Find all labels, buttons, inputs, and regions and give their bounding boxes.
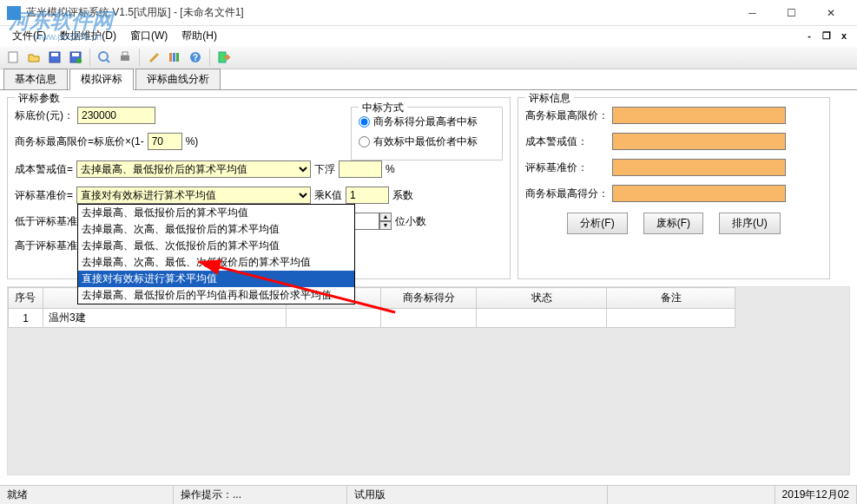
minimize-button[interactable]: ─ <box>733 1 772 25</box>
cell-status <box>477 309 607 328</box>
cell-bidder: 温州3建 <box>43 309 286 328</box>
radio-highest-score[interactable] <box>359 116 370 128</box>
maxscore-output <box>612 185 786 202</box>
mdi-restore-button[interactable]: ❐ <box>819 29 834 43</box>
window-title: 蓝光模拟评标系统 V1.5[试用版] - [未命名文件1] <box>26 5 733 20</box>
svg-point-6 <box>99 52 108 61</box>
results-table-area: 序号 投标单位名称 报价(元) 商务标得分 状态 备注 1 温州3建 <box>7 286 850 475</box>
svg-text:?: ? <box>193 53 198 62</box>
exit-icon[interactable] <box>214 48 234 67</box>
menu-help[interactable]: 帮助(H) <box>175 27 224 45</box>
app-icon <box>7 6 21 20</box>
status-version: 试用版 <box>347 486 608 504</box>
low-base-label: 低于评标基准 <box>15 214 77 229</box>
coef-suffix: 系数 <box>392 188 413 203</box>
col-remark[interactable]: 备注 <box>607 288 735 309</box>
menu-data[interactable]: 数据维护(D) <box>53 27 123 45</box>
mdi-minimize-button[interactable]: - <box>801 29 817 43</box>
svg-rect-12 <box>176 53 179 62</box>
radio-lowest-price[interactable] <box>359 136 370 147</box>
spinner-up-icon[interactable]: ▲ <box>379 213 392 221</box>
pct-suffix: %) <box>186 135 199 147</box>
zhongbiao-group: 中标方式 商务标得分最高者中标 有效标中最低价者中标 <box>351 107 503 160</box>
dropdown-option-highlighted[interactable]: 直接对有效标进行算术平均值 <box>78 271 354 287</box>
print-icon[interactable] <box>115 48 135 67</box>
cell-price <box>286 309 381 328</box>
coef-input[interactable] <box>346 187 389 204</box>
cell-remark <box>607 309 735 328</box>
table-row[interactable]: 1 温州3建 <box>9 309 735 328</box>
info-title: 评标信息 <box>525 91 574 106</box>
svg-rect-2 <box>51 53 58 56</box>
sort-button[interactable]: 排序(U) <box>719 213 781 234</box>
cell-no: 1 <box>9 309 43 328</box>
svg-rect-10 <box>169 53 172 62</box>
dropdown-option[interactable]: 去掉最高、次高、最低、次低报价后的算术平均值 <box>78 254 354 271</box>
base-price-label: 标底价(元)： <box>15 108 74 123</box>
warn-select[interactable]: 去掉最高、最低报价后的算术平均值 <box>76 160 311 178</box>
tab-simulate[interactable]: 模拟评标 <box>69 69 134 90</box>
max-price-output <box>612 107 786 124</box>
warn-output <box>612 133 786 150</box>
svg-point-5 <box>76 58 82 63</box>
tab-basic-info[interactable]: 基本信息 <box>3 69 68 89</box>
status-hint: 操作提示：... <box>174 486 347 504</box>
max-limit-label: 商务标最高限价=标底价×(1- <box>15 134 144 149</box>
col-no[interactable]: 序号 <box>9 288 43 309</box>
tabstrip: 基本信息 模拟评标 评标曲线分析 <box>0 69 857 90</box>
float-input[interactable] <box>339 160 382 178</box>
col-status[interactable]: 状态 <box>477 288 607 309</box>
params-group: 评标参数 标底价(元)： 商务标最高限价=标底价×(1- %) 中标方式 商务标… <box>7 97 511 279</box>
dropdown-option[interactable]: 去掉最高、最低报价后的平均值再和最低报价求平均值 <box>78 287 354 304</box>
dropdown-option[interactable]: 去掉最高、最低报价后的算术平均值 <box>78 205 354 221</box>
status-date: 2019年12月02 <box>775 486 857 504</box>
coef-label: 乘K值 <box>314 188 342 203</box>
status-ready: 就绪 <box>0 486 174 504</box>
base-price-input[interactable] <box>77 107 155 124</box>
saveas-icon[interactable] <box>66 48 85 67</box>
maximize-button[interactable]: ☐ <box>772 1 811 25</box>
open-icon[interactable] <box>24 48 43 67</box>
base-select[interactable]: 直接对有效标进行算术平均值 <box>76 187 311 204</box>
base-out-label: 评标基准价： <box>525 160 612 175</box>
close-button[interactable]: ✕ <box>811 1 850 25</box>
toolbar: ? <box>0 45 857 69</box>
info-group: 评标信息 高务标最高限价： 成本警戒值： 评标基准价： 商务标最高得分： 分析(… <box>517 97 830 279</box>
radio-lowest-price-label: 有效标中最低价者中标 <box>373 134 478 149</box>
svg-rect-4 <box>72 53 79 56</box>
menubar: 文件(F) 数据维护(D) 窗口(W) 帮助(H) - ❐ x <box>0 26 857 45</box>
base-select-dropdown[interactable]: 去掉最高、最低报价后的算术平均值 去掉最高、次高、最低报价后的算术平均值 去掉最… <box>77 204 355 304</box>
zhongbiao-title: 中标方式 <box>359 101 407 115</box>
base-calc-label: 评标基准价= <box>15 188 73 203</box>
svg-rect-0 <box>9 52 17 62</box>
menu-file[interactable]: 文件(F) <box>5 27 53 45</box>
discard-button[interactable]: 废标(F) <box>643 213 703 234</box>
svg-rect-9 <box>122 52 128 56</box>
svg-rect-11 <box>173 53 175 62</box>
float-suffix: % <box>386 163 395 175</box>
dropdown-option[interactable]: 去掉最高、次高、最低报价后的算术平均值 <box>78 221 354 238</box>
statusbar: 就绪 操作提示：... 试用版 2019年12月02 <box>0 485 857 504</box>
max-limit-input[interactable] <box>148 133 182 150</box>
high-base-label: 高于评标基准 <box>15 239 77 253</box>
spinner-down-icon[interactable]: ▼ <box>379 221 392 230</box>
col-score[interactable]: 商务标得分 <box>381 288 477 309</box>
dropdown-option[interactable]: 去掉最高、最低、次低报价后的算术平均值 <box>78 238 354 254</box>
mdi-close-button[interactable]: x <box>836 29 852 43</box>
status-spacer <box>608 486 775 504</box>
settings-icon[interactable] <box>144 48 163 67</box>
tab-curve[interactable]: 评标曲线分析 <box>135 69 221 89</box>
cell-score <box>381 309 477 328</box>
analyze-button[interactable]: 分析(F) <box>567 213 627 234</box>
base-output <box>612 159 786 176</box>
new-icon[interactable] <box>3 48 23 67</box>
help-icon[interactable]: ? <box>186 48 205 67</box>
books-icon[interactable] <box>165 48 184 67</box>
preview-icon[interactable] <box>95 48 114 67</box>
radio-highest-score-label: 商务标得分最高者中标 <box>373 115 478 129</box>
menu-window[interactable]: 窗口(W) <box>123 27 175 45</box>
warn-out-label: 成本警戒值： <box>525 134 612 149</box>
save-icon[interactable] <box>45 48 64 67</box>
maxscore-out-label: 商务标最高得分： <box>525 187 612 201</box>
titlebar: 蓝光模拟评标系统 V1.5[试用版] - [未命名文件1] ─ ☐ ✕ <box>0 0 857 26</box>
